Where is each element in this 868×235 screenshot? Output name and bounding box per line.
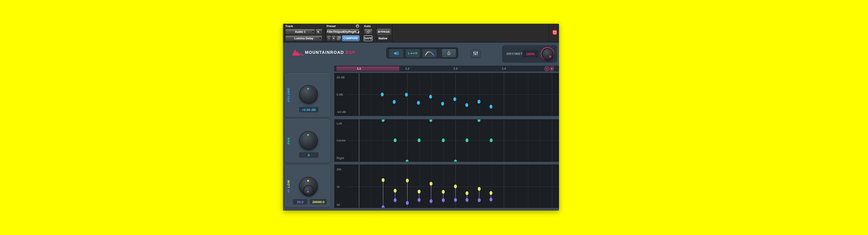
automation-point[interactable]: [418, 138, 421, 142]
automation-point-lopass[interactable]: [466, 191, 469, 195]
automation-point[interactable]: [490, 138, 493, 142]
mountain-logo-icon: [291, 48, 304, 57]
automation-point[interactable]: [417, 101, 420, 105]
point-connector: [383, 181, 383, 206]
bandpass-curve-icon: [425, 51, 434, 56]
automation-point-lopass[interactable]: [382, 178, 385, 182]
automation-point-hipass[interactable]: [466, 198, 469, 202]
pan-lane-toggle[interactable]: L R: [405, 49, 420, 58]
toolbar-separator: [362, 24, 363, 42]
automation-point-lopass[interactable]: [406, 179, 409, 182]
timeline-ruler[interactable]: 1.11.21.31.4 - +: [334, 66, 559, 71]
automation-point-lopass[interactable]: [418, 190, 421, 194]
mixer-settings-button[interactable]: [471, 49, 480, 57]
dry-wet-value[interactable]: 100%: [522, 50, 538, 57]
insert-slot-button[interactable]: h: [315, 29, 322, 35]
automation-point[interactable]: [465, 103, 468, 107]
pan-automation-lane[interactable]: LeftCenterRight: [334, 119, 559, 162]
automation-point-lopass[interactable]: [478, 187, 481, 191]
lopass-value[interactable]: 20000.0: [310, 199, 327, 204]
automation-point[interactable]: [490, 105, 493, 109]
zoom-in-button[interactable]: +: [550, 66, 554, 71]
hipass-indicator-dot: [307, 191, 309, 193]
chevron-down-icon: [356, 31, 358, 33]
bypass-button[interactable]: BYPASS: [377, 29, 391, 35]
preset-menu-icon[interactable]: [356, 24, 359, 28]
left-right-icon: L R: [408, 52, 417, 55]
automation-point-lopass[interactable]: [394, 189, 397, 193]
automation-point-hipass[interactable]: [382, 205, 385, 208]
automation-point-hipass[interactable]: [418, 198, 421, 202]
automation-point-hipass[interactable]: [442, 198, 445, 202]
preset-previous-button[interactable]: -: [327, 35, 331, 41]
brand-title: MOUNTAINROADDSP: [305, 50, 355, 55]
ruler-bar-label: 1.1: [357, 67, 361, 70]
automation-point-lopass[interactable]: [490, 191, 493, 195]
automation-point-lopass[interactable]: [454, 184, 457, 189]
volume-knob[interactable]: [299, 85, 317, 103]
filter-automation-lane[interactable]: 20k1k20: [334, 165, 559, 208]
automation-point[interactable]: [466, 138, 469, 142]
hipass-value[interactable]: 20.0: [293, 199, 307, 204]
automation-point[interactable]: [442, 138, 445, 142]
chevron-down-icon: [319, 31, 321, 33]
grid-line: [528, 165, 528, 208]
automation-point[interactable]: [381, 93, 384, 97]
automation-point[interactable]: [405, 93, 408, 97]
automation-point[interactable]: [394, 138, 397, 142]
automation-point[interactable]: [454, 97, 456, 101]
preset-name-field[interactable]: FillnThGps8DlyPngPng: [327, 29, 360, 35]
automation-point[interactable]: [477, 119, 480, 122]
automation-point-lopass[interactable]: [442, 190, 445, 194]
clear-automation-button[interactable]: [442, 49, 456, 58]
automation-point[interactable]: [382, 119, 385, 122]
compare-button[interactable]: COMPARE: [342, 35, 360, 41]
chevron-down-icon: [319, 38, 321, 39]
timeline-selection[interactable]: [336, 66, 399, 71]
grid-line: [552, 165, 552, 208]
automation-point-hipass[interactable]: [490, 198, 493, 202]
automation-enable-button[interactable]: [364, 29, 373, 35]
dry-wet-knob[interactable]: [540, 47, 555, 61]
auto-column-label: Auto: [364, 24, 371, 28]
track-selector[interactable]: Audio 1: [285, 29, 315, 35]
ruler-bar-label: 1.3: [454, 67, 458, 70]
filter-lane-toggle[interactable]: [422, 49, 437, 58]
grid-line: [516, 120, 516, 162]
grid-line: [371, 165, 371, 208]
preset-save-button[interactable]: [336, 35, 341, 41]
automation-point-hipass[interactable]: [406, 201, 409, 205]
plugin-window: Track Preset Auto Audio 1 h FillnThGps8D…: [283, 24, 559, 211]
automation-point-hipass[interactable]: [478, 198, 481, 202]
volume-value[interactable]: +0.00 dB: [299, 107, 318, 112]
pan-value[interactable]: 0: [299, 152, 318, 158]
zoom-out-button[interactable]: -: [545, 66, 549, 71]
automation-point-lopass[interactable]: [430, 182, 433, 186]
grid-line: [371, 120, 371, 162]
automation-point[interactable]: [430, 119, 432, 122]
grid-line: [492, 165, 492, 208]
automation-point-hipass[interactable]: [430, 199, 433, 203]
automation-point[interactable]: [406, 160, 409, 162]
ruler-bar-label: 1.2: [405, 67, 409, 70]
automation-point[interactable]: [477, 100, 480, 104]
automation-point[interactable]: [454, 160, 457, 162]
automation-point[interactable]: [441, 102, 444, 106]
point-connector: [407, 181, 408, 202]
volume-automation-lane[interactable]: 24 dB0 dB-inf dB: [334, 73, 559, 116]
volume-card-label: VOLUME: [287, 86, 290, 104]
automation-point[interactable]: [393, 100, 396, 104]
plugin-selector[interactable]: Lumina Delay: [285, 35, 322, 41]
native-button[interactable]: Native: [377, 35, 389, 41]
automation-point-hipass[interactable]: [394, 198, 397, 202]
automation-point-hipass[interactable]: [454, 198, 457, 202]
safe-button[interactable]: SAFE: [364, 35, 373, 41]
knob-inner-body[interactable]: [303, 185, 314, 196]
volume-lane-toggle[interactable]: [389, 49, 403, 58]
pan-knob[interactable]: [299, 131, 317, 149]
target-button[interactable]: [552, 30, 557, 35]
automation-point[interactable]: [429, 95, 432, 99]
filter-dual-knob[interactable]: [299, 177, 317, 195]
view-button-group: L R: [386, 47, 458, 59]
preset-next-button[interactable]: +: [331, 35, 336, 41]
